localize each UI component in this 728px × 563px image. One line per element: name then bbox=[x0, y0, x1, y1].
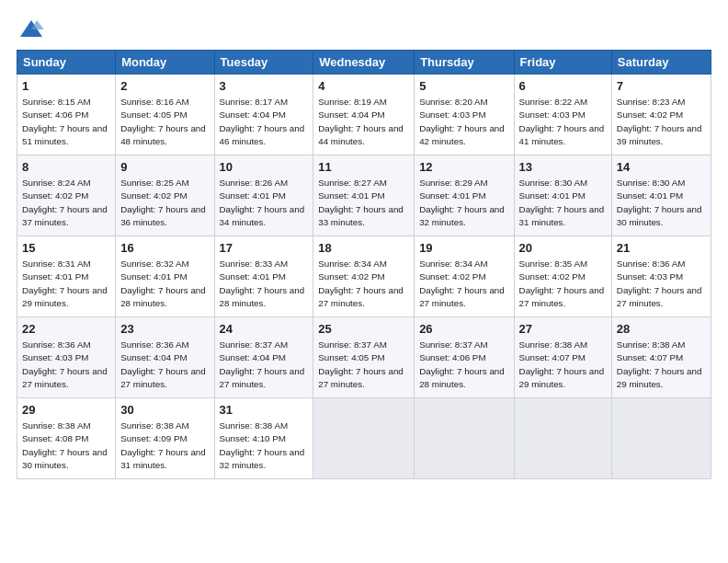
day-number: 1 bbox=[22, 78, 110, 95]
day-number: 21 bbox=[617, 240, 706, 257]
day-info: Sunrise: 8:36 AMSunset: 4:04 PMDaylight:… bbox=[120, 339, 209, 391]
calendar-table: SundayMondayTuesdayWednesdayThursdayFrid… bbox=[17, 50, 711, 479]
day-info: Sunrise: 8:20 AMSunset: 4:03 PMDaylight:… bbox=[419, 96, 508, 148]
day-number: 10 bbox=[220, 159, 309, 176]
calendar-week-row: 22Sunrise: 8:36 AMSunset: 4:03 PMDayligh… bbox=[17, 317, 711, 398]
day-info: Sunrise: 8:38 AMSunset: 4:08 PMDaylight:… bbox=[22, 419, 110, 472]
weekday-header: Saturday bbox=[611, 51, 711, 75]
day-info: Sunrise: 8:22 AMSunset: 4:03 PMDaylight:… bbox=[519, 96, 607, 148]
day-number: 27 bbox=[519, 321, 607, 338]
day-info: Sunrise: 8:17 AMSunset: 4:04 PMDaylight:… bbox=[220, 96, 309, 148]
day-number: 25 bbox=[318, 321, 409, 338]
day-info: Sunrise: 8:38 AMSunset: 4:07 PMDaylight:… bbox=[519, 339, 607, 391]
day-number: 8 bbox=[22, 159, 110, 176]
calendar-week-row: 1Sunrise: 8:15 AMSunset: 4:06 PMDaylight… bbox=[17, 75, 711, 155]
calendar-cell: 8Sunrise: 8:24 AMSunset: 4:02 PMDaylight… bbox=[17, 155, 116, 236]
calendar-week-row: 29Sunrise: 8:38 AMSunset: 4:08 PMDayligh… bbox=[17, 398, 711, 479]
day-info: Sunrise: 8:19 AMSunset: 4:04 PMDaylight:… bbox=[318, 96, 409, 148]
calendar-cell: 29Sunrise: 8:38 AMSunset: 4:08 PMDayligh… bbox=[17, 398, 116, 479]
calendar-cell: 19Sunrise: 8:34 AMSunset: 4:02 PMDayligh… bbox=[415, 236, 514, 317]
day-info: Sunrise: 8:36 AMSunset: 4:03 PMDaylight:… bbox=[22, 339, 110, 391]
calendar-cell: 15Sunrise: 8:31 AMSunset: 4:01 PMDayligh… bbox=[17, 236, 116, 317]
calendar-cell: 17Sunrise: 8:33 AMSunset: 4:01 PMDayligh… bbox=[214, 236, 313, 317]
day-info: Sunrise: 8:30 AMSunset: 4:01 PMDaylight:… bbox=[519, 177, 607, 229]
calendar-cell: 4Sunrise: 8:19 AMSunset: 4:04 PMDaylight… bbox=[313, 75, 415, 155]
day-info: Sunrise: 8:15 AMSunset: 4:06 PMDaylight:… bbox=[22, 96, 110, 148]
day-info: Sunrise: 8:29 AMSunset: 4:01 PMDaylight:… bbox=[419, 177, 508, 229]
calendar-cell: 9Sunrise: 8:25 AMSunset: 4:02 PMDaylight… bbox=[116, 155, 214, 236]
calendar-cell: 23Sunrise: 8:36 AMSunset: 4:04 PMDayligh… bbox=[116, 317, 214, 398]
calendar-cell: 26Sunrise: 8:37 AMSunset: 4:06 PMDayligh… bbox=[415, 317, 514, 398]
day-info: Sunrise: 8:33 AMSunset: 4:01 PMDaylight:… bbox=[220, 258, 309, 310]
calendar-cell: 27Sunrise: 8:38 AMSunset: 4:07 PMDayligh… bbox=[514, 317, 611, 398]
day-number: 18 bbox=[318, 240, 409, 257]
calendar-cell: 10Sunrise: 8:26 AMSunset: 4:01 PMDayligh… bbox=[214, 155, 313, 236]
calendar-cell bbox=[514, 398, 611, 479]
calendar-week-row: 15Sunrise: 8:31 AMSunset: 4:01 PMDayligh… bbox=[17, 236, 711, 317]
day-number: 20 bbox=[519, 240, 607, 257]
day-number: 26 bbox=[419, 321, 508, 338]
weekday-header: Monday bbox=[116, 51, 214, 75]
day-info: Sunrise: 8:37 AMSunset: 4:04 PMDaylight:… bbox=[220, 339, 309, 391]
day-number: 3 bbox=[220, 78, 309, 95]
day-info: Sunrise: 8:37 AMSunset: 4:06 PMDaylight:… bbox=[419, 339, 508, 391]
weekday-header: Wednesday bbox=[313, 51, 415, 75]
calendar-cell bbox=[313, 398, 415, 479]
logo-icon bbox=[18, 17, 44, 42]
day-number: 5 bbox=[419, 78, 508, 95]
day-info: Sunrise: 8:24 AMSunset: 4:02 PMDaylight:… bbox=[22, 177, 110, 229]
calendar-cell: 22Sunrise: 8:36 AMSunset: 4:03 PMDayligh… bbox=[17, 317, 116, 398]
day-info: Sunrise: 8:38 AMSunset: 4:10 PMDaylight:… bbox=[220, 419, 309, 472]
day-number: 13 bbox=[519, 159, 607, 176]
day-number: 17 bbox=[220, 240, 309, 257]
calendar-cell: 7Sunrise: 8:23 AMSunset: 4:02 PMDaylight… bbox=[611, 75, 711, 155]
calendar-cell: 5Sunrise: 8:20 AMSunset: 4:03 PMDaylight… bbox=[415, 75, 514, 155]
calendar-cell: 11Sunrise: 8:27 AMSunset: 4:01 PMDayligh… bbox=[313, 155, 415, 236]
day-info: Sunrise: 8:23 AMSunset: 4:02 PMDaylight:… bbox=[617, 96, 706, 148]
day-number: 29 bbox=[22, 402, 110, 419]
calendar-cell: 12Sunrise: 8:29 AMSunset: 4:01 PMDayligh… bbox=[415, 155, 514, 236]
day-number: 30 bbox=[120, 402, 209, 419]
calendar-cell: 25Sunrise: 8:37 AMSunset: 4:05 PMDayligh… bbox=[313, 317, 415, 398]
day-number: 7 bbox=[617, 78, 706, 95]
page: SundayMondayTuesdayWednesdayThursdayFrid… bbox=[0, 0, 728, 488]
day-number: 22 bbox=[22, 321, 110, 338]
calendar-cell: 21Sunrise: 8:36 AMSunset: 4:03 PMDayligh… bbox=[611, 236, 711, 317]
calendar-cell: 2Sunrise: 8:16 AMSunset: 4:05 PMDaylight… bbox=[116, 75, 214, 155]
calendar-cell bbox=[415, 398, 514, 479]
calendar-cell: 24Sunrise: 8:37 AMSunset: 4:04 PMDayligh… bbox=[214, 317, 313, 398]
day-number: 12 bbox=[419, 159, 508, 176]
calendar-cell: 1Sunrise: 8:15 AMSunset: 4:06 PMDaylight… bbox=[17, 75, 116, 155]
day-info: Sunrise: 8:30 AMSunset: 4:01 PMDaylight:… bbox=[617, 177, 706, 229]
logo bbox=[17, 17, 44, 39]
calendar-header-row: SundayMondayTuesdayWednesdayThursdayFrid… bbox=[17, 51, 711, 75]
day-number: 11 bbox=[318, 159, 409, 176]
day-number: 28 bbox=[617, 321, 706, 338]
weekday-header: Thursday bbox=[415, 51, 514, 75]
weekday-header: Sunday bbox=[17, 51, 116, 75]
day-info: Sunrise: 8:35 AMSunset: 4:02 PMDaylight:… bbox=[519, 258, 607, 310]
day-info: Sunrise: 8:38 AMSunset: 4:09 PMDaylight:… bbox=[120, 419, 209, 472]
calendar-cell: 30Sunrise: 8:38 AMSunset: 4:09 PMDayligh… bbox=[116, 398, 214, 479]
day-number: 4 bbox=[318, 78, 409, 95]
day-info: Sunrise: 8:16 AMSunset: 4:05 PMDaylight:… bbox=[120, 96, 209, 148]
day-number: 19 bbox=[419, 240, 508, 257]
day-info: Sunrise: 8:31 AMSunset: 4:01 PMDaylight:… bbox=[22, 258, 110, 310]
day-number: 2 bbox=[120, 78, 209, 95]
day-info: Sunrise: 8:37 AMSunset: 4:05 PMDaylight:… bbox=[318, 339, 409, 391]
day-number: 6 bbox=[519, 78, 607, 95]
calendar-cell: 16Sunrise: 8:32 AMSunset: 4:01 PMDayligh… bbox=[116, 236, 214, 317]
day-info: Sunrise: 8:26 AMSunset: 4:01 PMDaylight:… bbox=[220, 177, 309, 229]
calendar-cell: 20Sunrise: 8:35 AMSunset: 4:02 PMDayligh… bbox=[514, 236, 611, 317]
calendar-cell: 3Sunrise: 8:17 AMSunset: 4:04 PMDaylight… bbox=[214, 75, 313, 155]
calendar-cell: 18Sunrise: 8:34 AMSunset: 4:02 PMDayligh… bbox=[313, 236, 415, 317]
day-number: 9 bbox=[120, 159, 209, 176]
day-number: 16 bbox=[120, 240, 209, 257]
day-number: 24 bbox=[220, 321, 309, 338]
day-info: Sunrise: 8:36 AMSunset: 4:03 PMDaylight:… bbox=[617, 258, 706, 310]
day-info: Sunrise: 8:38 AMSunset: 4:07 PMDaylight:… bbox=[617, 339, 706, 391]
calendar-week-row: 8Sunrise: 8:24 AMSunset: 4:02 PMDaylight… bbox=[17, 155, 711, 236]
weekday-header: Friday bbox=[514, 51, 611, 75]
calendar-cell bbox=[611, 398, 711, 479]
day-info: Sunrise: 8:25 AMSunset: 4:02 PMDaylight:… bbox=[120, 177, 209, 229]
